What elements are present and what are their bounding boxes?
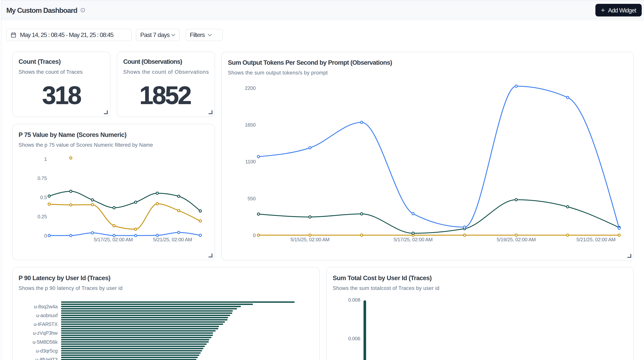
svg-text:0.75: 0.75 — [38, 175, 47, 181]
svg-text:5/17/25, 02:00 AM: 5/17/25, 02:00 AM — [94, 237, 133, 242]
svg-text:u-tFAR5TX: u-tFAR5TX — [34, 321, 58, 327]
svg-text:5/17/25, 02:00 AM: 5/17/25, 02:00 AM — [394, 237, 432, 242]
svg-text:u-aobnuxf: u-aobnuxf — [36, 312, 58, 318]
svg-text:u-8sq2w4a: u-8sq2w4a — [34, 304, 58, 309]
svg-text:u-5M8D56k: u-5M8D56k — [32, 339, 58, 345]
svg-text:0: 0 — [253, 232, 256, 238]
svg-text:550: 550 — [248, 196, 256, 201]
svg-text:5/21/25, 02:00 AM: 5/21/25, 02:00 AM — [576, 237, 616, 242]
svg-text:0.006: 0.006 — [348, 336, 360, 341]
svg-text:u-d3qr5cg: u-d3qr5cg — [36, 348, 58, 354]
svg-text:1650: 1650 — [245, 122, 256, 128]
svg-text:1100: 1100 — [245, 159, 256, 165]
svg-text:0.5: 0.5 — [40, 195, 47, 200]
svg-text:1: 1 — [44, 156, 47, 162]
svg-text:0: 0 — [44, 233, 47, 239]
svg-text:5/15/25, 02:00 AM: 5/15/25, 02:00 AM — [290, 237, 330, 242]
svg-text:0.008: 0.008 — [348, 297, 360, 303]
svg-text:0.25: 0.25 — [38, 214, 47, 219]
svg-text:2200: 2200 — [245, 85, 256, 91]
svg-text:5/21/25, 02:00 AM: 5/21/25, 02:00 AM — [153, 237, 192, 242]
svg-text:u-zVqP3hw: u-zVqP3hw — [33, 330, 58, 336]
svg-text:u-8fVa9T3: u-8fVa9T3 — [36, 357, 58, 360]
svg-text:5/19/25, 02:00 AM: 5/19/25, 02:00 AM — [497, 237, 536, 242]
